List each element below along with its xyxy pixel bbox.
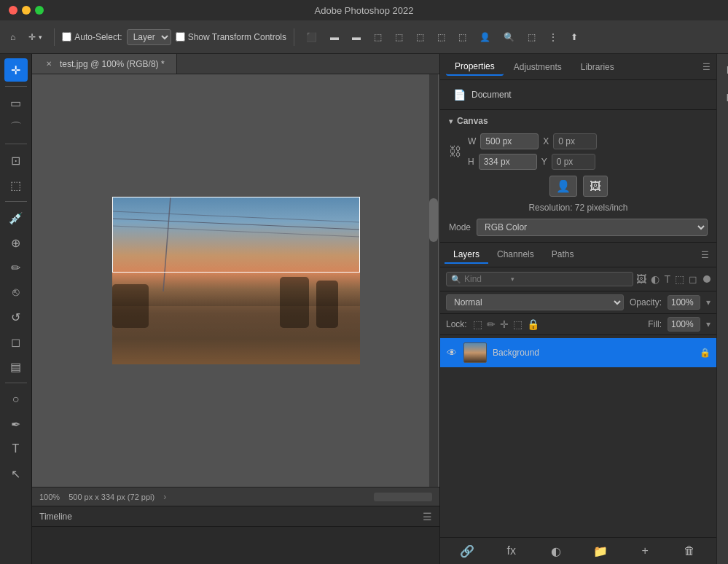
share-button[interactable]: ⬆ — [566, 29, 582, 45]
distribute-button[interactable]: ⬚ — [369, 29, 386, 45]
home-button[interactable]: ⌂ — [6, 29, 20, 45]
document-button[interactable]: 📄 Document — [449, 86, 708, 103]
tab-channels[interactable]: Channels — [488, 246, 543, 264]
tab-layers[interactable]: Layers — [445, 246, 488, 264]
height-input[interactable] — [479, 154, 537, 170]
link-layers-button[interactable]: 🔗 — [446, 542, 488, 560]
pen-tool[interactable]: ✒ — [4, 412, 28, 436]
healing-tool[interactable]: ⊕ — [4, 231, 28, 254]
width-input[interactable] — [480, 133, 539, 149]
blend-mode-select[interactable]: Normal — [446, 294, 624, 310]
new-layer-button[interactable]: + — [625, 542, 666, 560]
crop-tool[interactable]: ⊡ — [4, 149, 28, 172]
properties-menu-button[interactable]: ☰ — [702, 62, 711, 72]
eyedropper-tool[interactable]: 💉 — [4, 206, 28, 230]
filter-smart-icon[interactable]: ◻ — [689, 273, 697, 285]
group-layer-button[interactable]: 📁 — [580, 542, 622, 560]
vertical-scrollbar[interactable] — [429, 74, 438, 487]
fill-arrow[interactable]: ▾ — [706, 319, 711, 329]
fx-button[interactable]: fx — [490, 542, 532, 560]
layer-visibility-toggle[interactable]: 👁 — [446, 347, 458, 359]
properties-panel-btn[interactable]: P — [720, 60, 729, 80]
maximize-button[interactable] — [35, 6, 44, 15]
move-tool[interactable]: ✛ — [4, 58, 28, 82]
opacity-arrow[interactable]: ▾ — [706, 297, 711, 308]
tab-properties[interactable]: Properties — [446, 58, 504, 76]
align-center-button[interactable]: ▬ — [326, 29, 343, 45]
zoom-expand-button[interactable]: › — [163, 492, 166, 502]
path-selection-tool[interactable]: ↖ — [4, 462, 28, 485]
toolbar-extra-1[interactable]: ⬚ — [391, 29, 407, 45]
delete-layer-button[interactable]: 🗑 — [669, 542, 711, 560]
eraser-tool[interactable]: ◻ — [4, 330, 28, 353]
lock-all-icon[interactable]: 🔒 — [527, 318, 539, 330]
auto-select-checkbox[interactable]: Auto-Select: — [62, 32, 122, 42]
lock-position-icon[interactable]: ✏ — [487, 318, 496, 330]
toolbar-extra-2[interactable]: ⬚ — [412, 29, 428, 45]
dodge-tool[interactable]: ○ — [4, 388, 28, 411]
tab-bar: ✕ test.jpg @ 100% (RGB/8) * — [32, 54, 439, 74]
landscape-button[interactable]: 🖼 — [583, 176, 608, 197]
frame-tool[interactable]: ⬚ — [4, 173, 28, 197]
filter-toggle-dot[interactable] — [703, 275, 711, 283]
show-transform-controls-checkbox[interactable]: Show Transform Controls — [176, 32, 286, 42]
filter-type-icon[interactable]: T — [664, 273, 670, 285]
opacity-label: Opacity: — [630, 297, 662, 308]
mode-select[interactable]: RGB Color — [477, 219, 708, 236]
filter-shape-icon[interactable]: ⬚ — [675, 273, 684, 285]
search-button[interactable]: 🔍 — [499, 29, 519, 45]
filter-kind-arrow[interactable]: ▾ — [511, 275, 514, 283]
close-button[interactable] — [9, 6, 17, 15]
x-input[interactable] — [553, 133, 597, 149]
toolbar-extra-4[interactable]: ⬚ — [454, 29, 471, 45]
lasso-tool[interactable]: ⌒ — [4, 116, 28, 139]
canvas-viewport[interactable] — [32, 74, 439, 487]
fill-input[interactable] — [668, 317, 700, 332]
auto-select-input[interactable] — [62, 32, 71, 42]
filter-input[interactable] — [464, 274, 508, 284]
toolbar-extra-3[interactable]: ⬚ — [433, 29, 450, 45]
lock-pixels-icon[interactable]: ⬚ — [473, 318, 482, 330]
tab-adjustments[interactable]: Adjustments — [505, 59, 571, 75]
stamp-tool[interactable]: ⎋ — [4, 281, 28, 304]
adjustment-layer-button[interactable]: ◐ — [535, 542, 576, 560]
scrollbar-thumb[interactable] — [429, 198, 438, 242]
document-tab[interactable]: ✕ test.jpg @ 100% (RGB/8) * — [32, 54, 177, 74]
filter-search-icon: 🔍 — [451, 275, 461, 284]
type-tool[interactable]: T — [4, 437, 28, 461]
portrait-button[interactable]: 👤 — [549, 176, 577, 197]
layer-select[interactable]: Layer — [127, 29, 171, 45]
tab-close-button[interactable]: ✕ — [44, 59, 54, 69]
layer-item[interactable]: 👁 Background 🔒 — [440, 338, 716, 367]
lock-artboard-icon[interactable]: ⬚ — [513, 318, 522, 330]
move-tool-button[interactable]: ✛ ▾ — [24, 29, 47, 45]
new-layer-icon: + — [642, 544, 649, 557]
user-icon-button[interactable]: 👤 — [475, 29, 495, 45]
filter-adjustment-icon[interactable]: ◐ — [651, 273, 659, 285]
history-panel-btn[interactable]: H — [720, 87, 729, 108]
minimize-button[interactable] — [22, 6, 31, 15]
y-input[interactable] — [552, 154, 595, 170]
show-transform-input[interactable] — [176, 32, 185, 42]
info-panel-btn[interactable]: i — [720, 115, 729, 136]
scroll-indicator[interactable] — [374, 493, 432, 501]
canvas-section-header[interactable]: ▾ Canvas — [449, 116, 708, 126]
tab-libraries[interactable]: Libraries — [572, 59, 623, 75]
brush-tool[interactable]: ✏ — [4, 256, 28, 279]
layers-menu-button[interactable]: ☰ — [698, 247, 712, 263]
lock-move-icon[interactable]: ✛ — [500, 318, 509, 330]
history-brush-tool[interactable]: ↺ — [4, 305, 28, 329]
timeline-menu-button[interactable]: ☰ — [423, 511, 432, 522]
tab-paths[interactable]: Paths — [543, 246, 583, 264]
filter-pixel-icon[interactable]: 🖼 — [636, 273, 646, 285]
marquee-tool[interactable]: ▭ — [4, 91, 28, 114]
more-icon: ⋮ — [549, 32, 557, 42]
workspace-button[interactable]: ⬚ — [523, 29, 540, 45]
align-right-button[interactable]: ▬ — [348, 29, 365, 45]
gradient-tool[interactable]: ▤ — [4, 355, 28, 378]
opacity-input[interactable] — [668, 295, 700, 310]
layers-list[interactable]: 👁 Background 🔒 — [440, 335, 716, 537]
blend-mode-row: Normal Opacity: ▾ — [440, 291, 716, 314]
more-options-button[interactable]: ⋮ — [544, 29, 562, 45]
align-left-button[interactable]: ⬛ — [302, 29, 321, 45]
